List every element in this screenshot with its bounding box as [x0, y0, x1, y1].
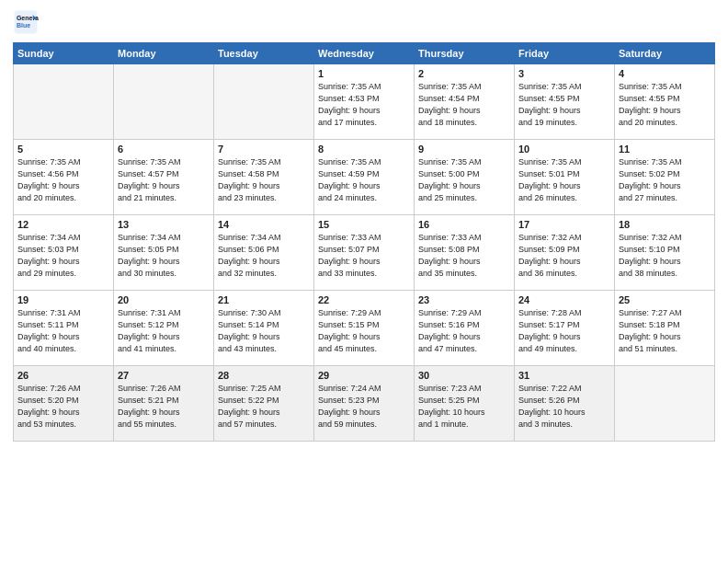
calendar-cell [214, 64, 314, 140]
day-info: Sunrise: 7:33 AM Sunset: 5:07 PM Dayligh… [318, 232, 410, 280]
day-number: 13 [118, 219, 210, 230]
day-info: Sunrise: 7:35 AM Sunset: 5:02 PM Dayligh… [619, 156, 711, 204]
calendar-cell: 19Sunrise: 7:31 AM Sunset: 5:11 PM Dayli… [14, 291, 114, 366]
day-info: Sunrise: 7:35 AM Sunset: 4:53 PM Dayligh… [318, 81, 410, 129]
calendar-week-row: 1Sunrise: 7:35 AM Sunset: 4:53 PM Daylig… [14, 64, 715, 140]
calendar-week-row: 26Sunrise: 7:26 AM Sunset: 5:20 PM Dayli… [14, 366, 715, 442]
day-info: Sunrise: 7:35 AM Sunset: 4:55 PM Dayligh… [518, 81, 610, 129]
day-number: 2 [418, 68, 510, 79]
calendar-cell: 3Sunrise: 7:35 AM Sunset: 4:55 PM Daylig… [515, 64, 615, 140]
day-number: 5 [17, 144, 109, 155]
calendar-cell: 30Sunrise: 7:23 AM Sunset: 5:25 PM Dayli… [415, 366, 515, 442]
day-info: Sunrise: 7:34 AM Sunset: 5:06 PM Dayligh… [218, 232, 310, 280]
day-number: 25 [619, 294, 711, 305]
day-number: 28 [218, 370, 310, 381]
day-number: 21 [218, 294, 310, 305]
day-info: Sunrise: 7:31 AM Sunset: 5:11 PM Dayligh… [17, 307, 109, 355]
calendar-cell: 26Sunrise: 7:26 AM Sunset: 5:20 PM Dayli… [14, 366, 114, 442]
day-number: 7 [218, 144, 310, 155]
calendar-cell: 21Sunrise: 7:30 AM Sunset: 5:14 PM Dayli… [214, 291, 314, 366]
day-number: 14 [218, 219, 310, 230]
calendar-cell: 2Sunrise: 7:35 AM Sunset: 4:54 PM Daylig… [415, 64, 515, 140]
day-info: Sunrise: 7:28 AM Sunset: 5:17 PM Dayligh… [518, 307, 610, 355]
calendar-cell: 12Sunrise: 7:34 AM Sunset: 5:03 PM Dayli… [14, 215, 114, 291]
calendar-cell [114, 64, 214, 140]
calendar-week-row: 5Sunrise: 7:35 AM Sunset: 4:56 PM Daylig… [14, 140, 715, 215]
day-info: Sunrise: 7:35 AM Sunset: 4:55 PM Dayligh… [619, 81, 711, 129]
day-info: Sunrise: 7:34 AM Sunset: 5:03 PM Dayligh… [17, 232, 109, 280]
calendar-cell: 11Sunrise: 7:35 AM Sunset: 5:02 PM Dayli… [615, 140, 715, 215]
day-info: Sunrise: 7:29 AM Sunset: 5:16 PM Dayligh… [418, 307, 510, 355]
day-info: Sunrise: 7:35 AM Sunset: 4:54 PM Dayligh… [418, 81, 510, 129]
calendar-cell: 17Sunrise: 7:32 AM Sunset: 5:09 PM Dayli… [515, 215, 615, 291]
day-info: Sunrise: 7:32 AM Sunset: 5:09 PM Dayligh… [518, 232, 610, 280]
day-number: 16 [418, 219, 510, 230]
day-number: 12 [17, 219, 109, 230]
calendar-cell: 14Sunrise: 7:34 AM Sunset: 5:06 PM Dayli… [214, 215, 314, 291]
weekday-header: Saturday [615, 43, 715, 64]
svg-text:Blue: Blue [17, 22, 30, 29]
day-number: 9 [418, 144, 510, 155]
calendar-cell: 25Sunrise: 7:27 AM Sunset: 5:18 PM Dayli… [615, 291, 715, 366]
calendar-cell: 27Sunrise: 7:26 AM Sunset: 5:21 PM Dayli… [114, 366, 214, 442]
logo: General Blue [13, 9, 39, 35]
day-info: Sunrise: 7:30 AM Sunset: 5:14 PM Dayligh… [218, 307, 310, 355]
calendar-cell: 6Sunrise: 7:35 AM Sunset: 4:57 PM Daylig… [114, 140, 214, 215]
day-number: 26 [17, 370, 109, 381]
day-info: Sunrise: 7:26 AM Sunset: 5:21 PM Dayligh… [118, 383, 210, 431]
day-number: 17 [518, 219, 610, 230]
day-number: 4 [619, 68, 711, 79]
calendar-cell: 24Sunrise: 7:28 AM Sunset: 5:17 PM Dayli… [515, 291, 615, 366]
calendar-cell: 9Sunrise: 7:35 AM Sunset: 5:00 PM Daylig… [415, 140, 515, 215]
calendar-cell: 28Sunrise: 7:25 AM Sunset: 5:22 PM Dayli… [214, 366, 314, 442]
day-number: 30 [418, 370, 510, 381]
day-info: Sunrise: 7:35 AM Sunset: 5:01 PM Dayligh… [518, 156, 610, 204]
day-number: 27 [118, 370, 210, 381]
day-number: 8 [318, 144, 410, 155]
day-info: Sunrise: 7:35 AM Sunset: 4:57 PM Dayligh… [118, 156, 210, 204]
day-number: 22 [318, 294, 410, 305]
day-number: 23 [418, 294, 510, 305]
calendar-cell: 29Sunrise: 7:24 AM Sunset: 5:23 PM Dayli… [314, 366, 415, 442]
weekday-header: Monday [114, 43, 214, 64]
day-number: 29 [318, 370, 410, 381]
calendar-cell [14, 64, 114, 140]
calendar-cell [615, 366, 715, 442]
calendar-cell: 13Sunrise: 7:34 AM Sunset: 5:05 PM Dayli… [114, 215, 214, 291]
day-number: 1 [318, 68, 410, 79]
day-number: 11 [619, 144, 711, 155]
weekday-header: Friday [515, 43, 615, 64]
weekday-header: Tuesday [214, 43, 314, 64]
day-info: Sunrise: 7:32 AM Sunset: 5:10 PM Dayligh… [619, 232, 711, 280]
calendar-cell: 15Sunrise: 7:33 AM Sunset: 5:07 PM Dayli… [314, 215, 415, 291]
day-number: 3 [518, 68, 610, 79]
calendar-cell: 16Sunrise: 7:33 AM Sunset: 5:08 PM Dayli… [415, 215, 515, 291]
day-info: Sunrise: 7:25 AM Sunset: 5:22 PM Dayligh… [218, 383, 310, 431]
calendar-cell: 23Sunrise: 7:29 AM Sunset: 5:16 PM Dayli… [415, 291, 515, 366]
day-info: Sunrise: 7:22 AM Sunset: 5:26 PM Dayligh… [518, 383, 610, 431]
day-number: 18 [619, 219, 711, 230]
day-number: 24 [518, 294, 610, 305]
day-info: Sunrise: 7:29 AM Sunset: 5:15 PM Dayligh… [318, 307, 410, 355]
calendar-cell: 20Sunrise: 7:31 AM Sunset: 5:12 PM Dayli… [114, 291, 214, 366]
calendar-table: SundayMondayTuesdayWednesdayThursdayFrid… [13, 42, 715, 442]
calendar-cell: 22Sunrise: 7:29 AM Sunset: 5:15 PM Dayli… [314, 291, 415, 366]
calendar-cell: 5Sunrise: 7:35 AM Sunset: 4:56 PM Daylig… [14, 140, 114, 215]
calendar-cell: 18Sunrise: 7:32 AM Sunset: 5:10 PM Dayli… [615, 215, 715, 291]
day-info: Sunrise: 7:33 AM Sunset: 5:08 PM Dayligh… [418, 232, 510, 280]
day-info: Sunrise: 7:35 AM Sunset: 4:58 PM Dayligh… [218, 156, 310, 204]
day-info: Sunrise: 7:35 AM Sunset: 5:00 PM Dayligh… [418, 156, 510, 204]
weekday-header: Wednesday [314, 43, 415, 64]
day-info: Sunrise: 7:34 AM Sunset: 5:05 PM Dayligh… [118, 232, 210, 280]
weekday-header: Thursday [415, 43, 515, 64]
day-number: 10 [518, 144, 610, 155]
day-number: 31 [518, 370, 610, 381]
weekday-header: Sunday [14, 43, 114, 64]
day-info: Sunrise: 7:24 AM Sunset: 5:23 PM Dayligh… [318, 383, 410, 431]
day-number: 19 [17, 294, 109, 305]
page-container: General Blue SundayMondayTuesdayWednesda… [0, 0, 728, 449]
calendar-cell: 1Sunrise: 7:35 AM Sunset: 4:53 PM Daylig… [314, 64, 415, 140]
calendar-week-row: 19Sunrise: 7:31 AM Sunset: 5:11 PM Dayli… [14, 291, 715, 366]
day-number: 6 [118, 144, 210, 155]
day-number: 15 [318, 219, 410, 230]
